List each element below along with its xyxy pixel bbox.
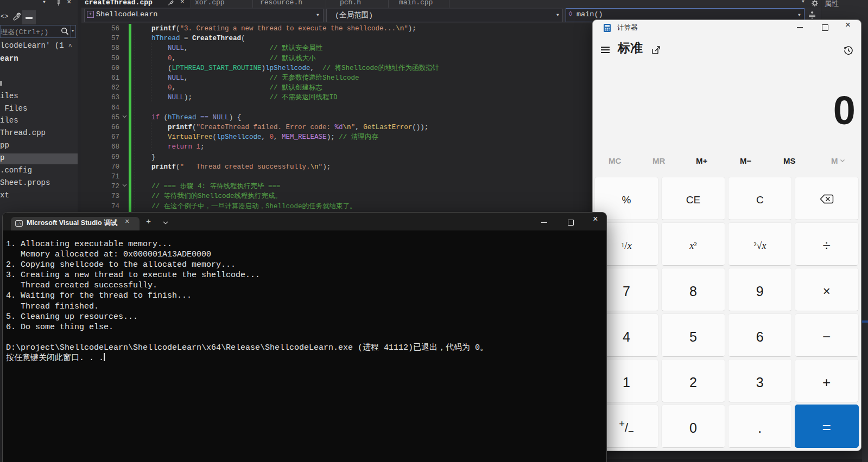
svg-text::\: :\ xyxy=(17,222,21,226)
